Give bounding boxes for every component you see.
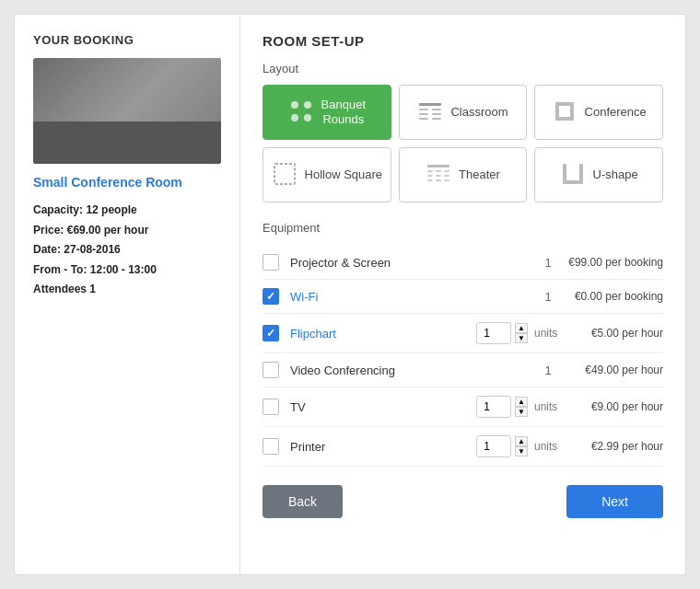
flipchart-spinner: ▲ ▼ [515, 323, 528, 343]
equip-name-flipchart: Flipchart [290, 327, 476, 341]
back-button[interactable]: Back [262, 485, 343, 518]
equipment-row-projector: Projector & Screen 1 €99.00 per booking [262, 246, 663, 280]
equipment-row-wifi: Wi-Fi 1 €0.00 per booking [262, 280, 663, 314]
equip-qty-wifi: 1 [534, 290, 562, 304]
equip-qty-video-conf: 1 [534, 364, 562, 377]
printer-qty-down[interactable]: ▼ [515, 446, 528, 456]
attendees-value: 1 [89, 283, 96, 295]
svg-rect-21 [436, 175, 441, 177]
flipchart-qty-input[interactable] [476, 322, 511, 344]
printer-spinner: ▲ ▼ [515, 436, 528, 456]
price-label: Price: [33, 224, 64, 237]
layout-conference[interactable]: Conference [534, 85, 663, 140]
svg-rect-5 [419, 109, 428, 110]
u-shape-icon [560, 161, 586, 190]
flipchart-qty-down[interactable]: ▼ [515, 333, 528, 343]
checkbox-projector[interactable] [262, 254, 279, 271]
tv-qty-up[interactable]: ▲ [515, 397, 528, 407]
layout-hollow-square[interactable]: Hollow Square [262, 147, 391, 202]
svg-rect-4 [419, 103, 441, 106]
svg-rect-9 [419, 118, 428, 120]
equip-price-flipchart: €5.00 per hour [562, 327, 663, 340]
printer-qty-input[interactable] [476, 435, 511, 457]
layout-u-shape[interactable]: U-shape [534, 147, 663, 202]
attendees-label: Attendees [33, 283, 87, 295]
theater-icon [426, 161, 451, 190]
flipchart-units: units [534, 327, 562, 340]
date-label: Date: [33, 243, 61, 256]
room-image [33, 58, 221, 164]
flipchart-qty-wrap: ▲ ▼ units [476, 322, 562, 344]
equip-name-wifi: Wi-Fi [290, 290, 534, 304]
date-row: Date: 27-08-2016 [33, 240, 221, 260]
svg-rect-19 [444, 170, 449, 172]
equip-price-printer: €2.99 per hour [562, 440, 663, 453]
svg-rect-18 [436, 170, 441, 172]
equip-name-video-conf: Video Conferencing [290, 364, 534, 377]
layout-classroom[interactable]: Classroom [399, 85, 528, 140]
from-to-value: 12:00 - 13:00 [90, 263, 157, 276]
attendees-row: Attendees 1 [33, 280, 221, 300]
layout-label: Layout [262, 62, 663, 75]
layout-theater[interactable]: Theater [399, 147, 528, 202]
checkbox-video-conf[interactable] [262, 362, 279, 378]
classroom-label: Classroom [450, 105, 508, 120]
checkbox-flipchart[interactable] [262, 325, 279, 341]
tv-spinner: ▲ ▼ [515, 397, 528, 417]
svg-rect-6 [432, 109, 441, 110]
right-panel: ROOM SET-UP Layout BanquetRounds [240, 15, 685, 574]
tv-qty-down[interactable]: ▼ [515, 407, 528, 417]
date-value: 27-08-2016 [64, 243, 120, 256]
price-row: Price: €69.00 per hour [33, 221, 221, 241]
equip-price-video-conf: €49.00 per hour [562, 364, 663, 376]
checkbox-wifi[interactable] [262, 288, 279, 305]
equipment-row-video-conf: Video Conferencing 1 €49.00 per hour [262, 353, 663, 387]
svg-point-1 [304, 101, 311, 109]
hollow-square-label: Hollow Square [305, 167, 383, 182]
left-panel: YOUR BOOKING Small Conference Room Capac… [15, 15, 240, 574]
layout-banquet[interactable]: BanquetRounds [262, 85, 391, 140]
flipchart-qty-up[interactable]: ▲ [515, 323, 528, 333]
next-button[interactable]: Next [566, 485, 663, 518]
equipment-row-flipchart: Flipchart ▲ ▼ units €5.00 per hour [262, 314, 663, 353]
equip-price-wifi: €0.00 per booking [562, 290, 663, 303]
checkbox-tv[interactable] [262, 398, 279, 415]
price-value: €69.00 per hour [67, 224, 149, 237]
banquet-icon [288, 98, 314, 127]
printer-qty-up[interactable]: ▲ [515, 436, 528, 446]
equipment-row-tv: TV ▲ ▼ units €9.00 per hour [262, 387, 663, 427]
equip-qty-projector: 1 [534, 256, 562, 270]
main-container: YOUR BOOKING Small Conference Room Capac… [14, 14, 686, 575]
equip-name-projector: Projector & Screen [290, 256, 534, 270]
equip-price-projector: €99.00 per booking [562, 256, 663, 269]
printer-qty-wrap: ▲ ▼ units [476, 435, 562, 457]
from-to-row: From - To: 12:00 - 13:00 [33, 260, 221, 281]
svg-rect-23 [427, 179, 433, 181]
svg-point-2 [291, 114, 298, 121]
conference-icon [552, 98, 578, 127]
checkbox-printer[interactable] [262, 438, 279, 455]
room-name-link[interactable]: Small Conference Room [33, 175, 221, 190]
equipment-row-printer: Printer ▲ ▼ units €2.99 per hour [262, 427, 663, 467]
svg-rect-20 [427, 175, 433, 177]
classroom-icon [417, 98, 443, 127]
tv-qty-wrap: ▲ ▼ units [476, 396, 562, 418]
booking-title: YOUR BOOKING [33, 33, 221, 47]
equipment-title: Equipment [262, 221, 663, 235]
svg-rect-24 [436, 179, 441, 181]
svg-rect-14 [555, 117, 574, 121]
capacity-value: 12 people [86, 203, 136, 216]
tv-qty-input[interactable] [476, 396, 511, 418]
room-image-inner [33, 58, 221, 164]
conference-label: Conference [585, 105, 647, 120]
svg-rect-16 [427, 165, 449, 167]
svg-rect-17 [427, 170, 433, 172]
button-row: Back Next [262, 485, 663, 518]
from-to-label: From - To: [33, 263, 87, 276]
capacity-row: Capacity: 12 people [33, 201, 221, 221]
banquet-label: BanquetRounds [321, 98, 366, 126]
svg-point-0 [291, 101, 298, 109]
room-setup-title: ROOM SET-UP [262, 33, 663, 49]
svg-rect-22 [444, 175, 449, 177]
printer-units: units [534, 440, 562, 453]
